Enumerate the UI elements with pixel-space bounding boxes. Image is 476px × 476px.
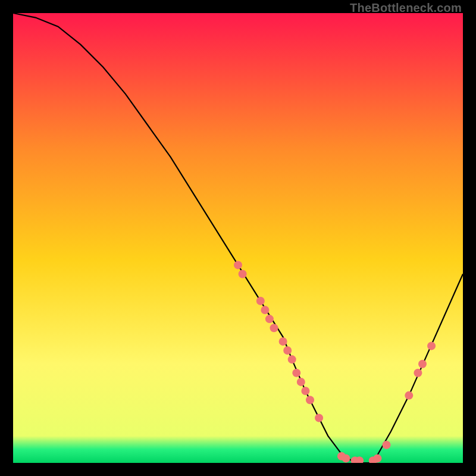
- gradient-background: [13, 13, 463, 463]
- data-point: [288, 355, 296, 364]
- data-point: [306, 396, 314, 404]
- data-point: [256, 297, 265, 305]
- data-point: [301, 387, 309, 395]
- data-point: [315, 414, 323, 422]
- watermark-text: TheBottleneck.com: [350, 1, 462, 15]
- data-point: [234, 261, 242, 269]
- data-point: [283, 346, 292, 355]
- data-point: [373, 454, 381, 462]
- data-point: [383, 441, 391, 449]
- bottleneck-chart: [13, 13, 463, 463]
- data-point: [261, 306, 269, 314]
- data-point: [418, 360, 427, 368]
- data-point: [270, 324, 278, 332]
- data-point: [239, 270, 247, 278]
- data-point: [279, 337, 287, 346]
- data-point: [292, 369, 300, 377]
- data-point: [342, 454, 350, 462]
- data-point: [414, 369, 422, 377]
- data-point: [405, 392, 413, 400]
- chart-frame: [13, 13, 463, 463]
- data-point: [297, 378, 305, 386]
- data-point: [265, 315, 274, 323]
- data-point: [427, 342, 436, 350]
